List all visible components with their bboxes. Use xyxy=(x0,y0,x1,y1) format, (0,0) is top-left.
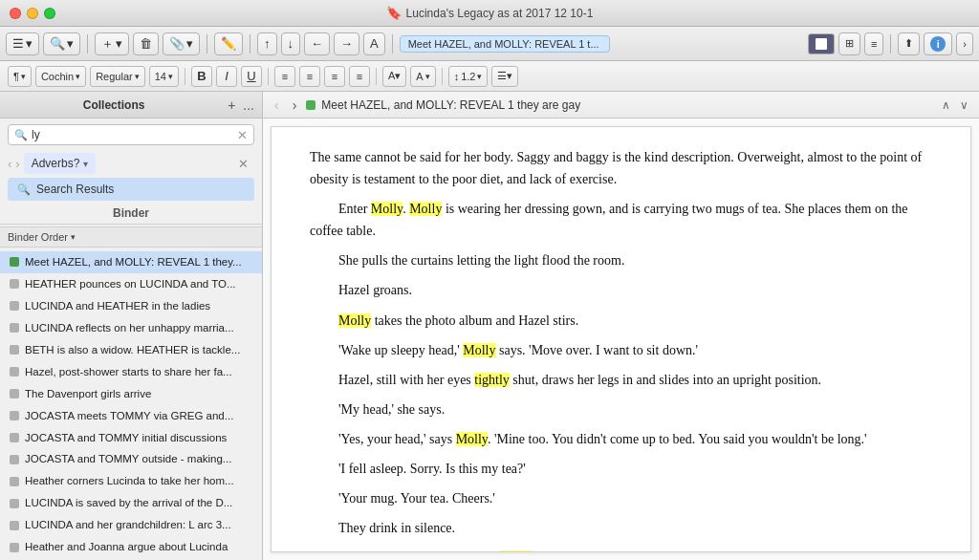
binder-item-label: The Davenport girls arrive xyxy=(25,387,252,401)
left-arrow-icon: ← xyxy=(311,36,323,51)
nav-next-button[interactable]: › xyxy=(289,96,301,115)
underline-button[interactable]: U xyxy=(241,66,262,87)
binder-item-label: LUCINDA is saved by the arrival of the D… xyxy=(25,496,252,510)
align-right-button[interactable]: ≡ xyxy=(324,66,345,87)
binder-item-heather-joanna[interactable]: Heather and Joanna argue about Lucinda xyxy=(0,536,262,558)
style-selector[interactable]: Regular ▾ xyxy=(90,66,145,87)
binder-item-label: Meet HAZEL, and MOLLY: REVEAL 1 they... xyxy=(25,255,252,269)
app-icon: 🔖 xyxy=(386,6,402,20)
nav-back-button[interactable]: ‹ xyxy=(8,157,11,171)
paragraph-9: 'Yes, your head,' says Molly. 'Mine too.… xyxy=(310,428,932,450)
chevron-down-icon-8: ▾ xyxy=(168,72,173,81)
paragraph-2: Enter Molly. Molly is wearing her dressi… xyxy=(310,198,932,242)
view-single-button[interactable] xyxy=(808,33,835,54)
binder-item-beth-widow[interactable]: BETH is also a widow. HEATHER is tackle.… xyxy=(0,339,262,361)
binder-item-meet-hazel[interactable]: Meet HAZEL, and MOLLY: REVEAL 1 they... xyxy=(0,251,262,273)
nav-forward-button[interactable]: › xyxy=(15,157,19,171)
attach-button[interactable]: 📎 ▾ xyxy=(163,32,200,55)
adverbs-button[interactable]: Adverbs? ▾ xyxy=(24,153,97,174)
nav-up-button[interactable]: ∧ xyxy=(939,97,953,113)
binder-item-lucinda-grandchildren[interactable]: LUCINDA and her grandchildren: L arc 3..… xyxy=(0,514,262,536)
close-button[interactable] xyxy=(10,8,21,19)
font-color-button[interactable]: A ▾ xyxy=(410,66,435,87)
adverbs-row: ‹ › Adverbs? ▾ ✕ xyxy=(8,153,254,174)
font-selector[interactable]: Cochin ▾ xyxy=(35,66,86,87)
down-arrow-icon: ↓ xyxy=(288,36,294,51)
chevron-down-icon-10: ▾ xyxy=(477,72,482,81)
edit-button[interactable]: ✏️ xyxy=(214,32,243,55)
text-style-more-button[interactable]: A▾ xyxy=(382,66,406,87)
paragraph-button[interactable]: ¶ ▾ xyxy=(8,66,32,87)
binder-item-label: Heather and Joanna argue about Lucinda xyxy=(25,540,252,554)
clear-sidebar-button[interactable]: ✕ xyxy=(232,155,254,173)
share-icon: ⬆ xyxy=(904,37,913,50)
list-button[interactable]: ☰▾ xyxy=(491,66,518,87)
down-button[interactable]: ↓ xyxy=(281,32,301,55)
align-justify-button[interactable]: ≡ xyxy=(349,66,370,87)
align-center-button[interactable]: ≡ xyxy=(299,66,320,87)
search-clear-button[interactable]: ✕ xyxy=(237,128,248,142)
editor-content[interactable]: The same cannot be said for her body. Sa… xyxy=(271,126,971,552)
sidebar-nav: ‹ › Adverbs? ▾ ✕ 🔍 Search Results xyxy=(0,151,262,203)
paragraph-6: 'Wake up sleepy head,' Molly says. 'Move… xyxy=(310,339,932,361)
window-title: 🔖 Lucinda's Legacy as at 2017 12 10-1 xyxy=(386,6,594,20)
right-arrow-icon: → xyxy=(340,36,353,51)
nav-prev-button[interactable]: ‹ xyxy=(271,96,283,115)
item-color-indicator xyxy=(10,323,19,333)
window-controls[interactable] xyxy=(10,8,55,19)
collection-settings-button[interactable]: ... xyxy=(243,97,254,113)
item-color-indicator xyxy=(10,411,19,420)
line-height-display[interactable]: ↕ 1.2 ▾ xyxy=(448,66,489,87)
binder-order-button[interactable]: Binder Order ▾ xyxy=(8,231,76,243)
item-color-indicator xyxy=(10,543,19,552)
binder-icon: ☰ xyxy=(12,36,24,51)
more-button[interactable]: › xyxy=(956,32,973,55)
text-icon: A xyxy=(370,36,379,51)
binder-item-davenport[interactable]: The Davenport girls arrive xyxy=(0,383,262,405)
paragraph-12: They drink in silence. xyxy=(310,517,932,539)
separator-2 xyxy=(207,34,207,54)
binder-item-jocasta-tommy-outside[interactable]: JOCASTA and TOMMY outside - making... xyxy=(0,448,262,470)
back-button[interactable]: ← xyxy=(304,32,330,55)
align-left-button[interactable]: ≡ xyxy=(274,66,295,87)
size-selector[interactable]: 14 ▾ xyxy=(149,66,179,87)
binder-item-heather-corners[interactable]: Heather corners Lucinda to take her hom.… xyxy=(0,470,262,492)
forward-button[interactable]: → xyxy=(334,32,359,55)
highlight-molly-4: Molly xyxy=(463,343,495,357)
minimize-button[interactable] xyxy=(27,8,38,19)
search-results-item[interactable]: 🔍 Search Results xyxy=(8,178,254,201)
item-color-indicator xyxy=(10,257,19,267)
binder-item-hazel-shower[interactable]: Hazel, post-shower starts to share her f… xyxy=(0,361,262,383)
italic-button[interactable]: I xyxy=(216,66,237,87)
paragraph-4: Hazel groans. xyxy=(310,279,932,301)
search-button[interactable]: 🔍 ▾ xyxy=(43,32,80,55)
text-format-button[interactable]: A xyxy=(363,32,385,55)
info-button[interactable]: i xyxy=(924,32,952,55)
item-color-indicator xyxy=(10,455,19,464)
binder-item-jocasta-tommy-greg[interactable]: JOCASTA meets TOMMY via GREG and... xyxy=(0,405,262,427)
view-grid-button[interactable]: ⊞ xyxy=(838,32,860,55)
view-outline-button[interactable]: ≡ xyxy=(864,32,883,55)
add-button[interactable]: ＋ ▾ xyxy=(95,32,129,55)
highlight-molly-5: Molly xyxy=(456,432,488,446)
titlebar: 🔖 Lucinda's Legacy as at 2017 12 10-1 xyxy=(0,0,979,27)
maximize-button[interactable] xyxy=(44,8,55,19)
binder-item-lucinda-heather[interactable]: LUCINDA and HEATHER in the ladies xyxy=(0,295,262,317)
doc-title-label: Meet HAZEL, and MOLLY: REVEAL 1 t... xyxy=(400,35,610,53)
binder-item-heather-pounces[interactable]: HEATHER pounces on LUCINDA and TO... xyxy=(0,273,262,295)
search-input[interactable] xyxy=(32,128,237,141)
delete-button[interactable]: 🗑 xyxy=(133,32,159,55)
binder-toggle-button[interactable]: ☰ ▾ xyxy=(6,32,39,55)
share-button[interactable]: ⬆ xyxy=(898,32,920,55)
fmt-sep-1 xyxy=(185,68,185,85)
bold-button[interactable]: B xyxy=(191,66,212,87)
sort-controls: Binder Order ▾ xyxy=(0,226,262,248)
binder-item-lucinda-saved[interactable]: LUCINDA is saved by the arrival of the D… xyxy=(0,492,262,514)
up-button[interactable]: ↑ xyxy=(257,32,277,55)
nav-down-button[interactable]: ∨ xyxy=(957,97,971,113)
binder-item-jocasta-tommy-initial[interactable]: JOCASTA and TOMMY initial discussions xyxy=(0,427,262,449)
binder-item-lucinda-reflects[interactable]: LUCINDA reflects on her unhappy marria..… xyxy=(0,317,262,339)
add-collection-button[interactable]: + xyxy=(228,97,235,113)
text-style-icon: A▾ xyxy=(388,70,401,82)
chevron-down-icon-7: ▾ xyxy=(135,72,140,81)
